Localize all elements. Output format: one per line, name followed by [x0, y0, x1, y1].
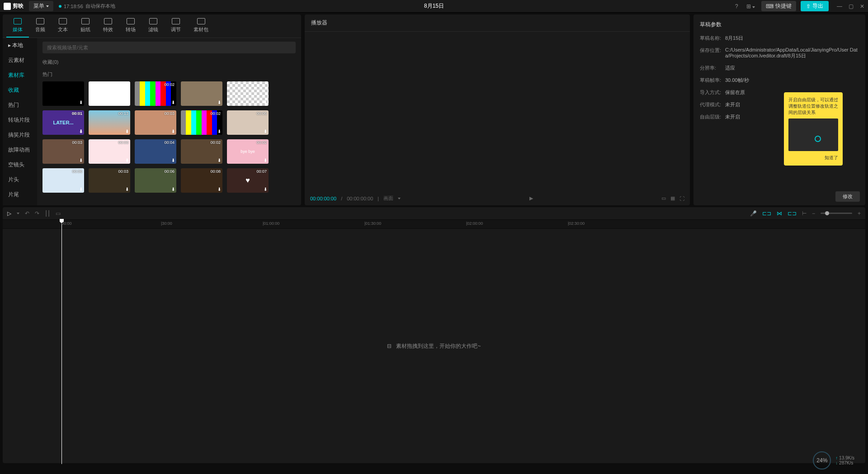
- download-icon[interactable]: ⬇: [79, 187, 83, 192]
- media-thumb[interactable]: 00:04⬇: [135, 139, 176, 164]
- media-thumb[interactable]: 00:02⬇: [181, 139, 222, 164]
- timeline-panel: ▷ ↶ ↷ ⎮⎮ ▭ 🎤 ⊏⊐ ⋈ ⊏⊐ ⊢ − + 00:00|30:00|0…: [3, 207, 865, 463]
- media-thumb[interactable]: 00:03⬇: [135, 110, 176, 135]
- layout-icon[interactable]: ⊞: [745, 2, 757, 10]
- export-button[interactable]: ⇧ 导出: [801, 1, 829, 11]
- tab-文本[interactable]: 文本: [52, 14, 74, 38]
- tab-特效[interactable]: 特效: [97, 14, 119, 38]
- play-icon[interactable]: ▶: [529, 195, 533, 201]
- timeline-toolbar: ▷ ↶ ↷ ⎮⎮ ▭ 🎤 ⊏⊐ ⋈ ⊏⊐ ⊢ − +: [3, 207, 865, 220]
- sidebar-item[interactable]: ▸ 本地: [3, 38, 37, 53]
- download-icon[interactable]: ⬇: [217, 129, 221, 134]
- media-thumb[interactable]: 00:03⬇: [42, 139, 84, 164]
- sidebar-item[interactable]: 片头: [3, 172, 37, 187]
- media-thumb[interactable]: 00:08⬇: [181, 168, 222, 193]
- snap-icon[interactable]: ⊏⊐: [788, 210, 797, 217]
- maximize-icon[interactable]: ▢: [849, 3, 854, 9]
- media-thumb[interactable]: 00:01⬇LATER...: [42, 110, 84, 135]
- param-value: 适应: [725, 65, 859, 71]
- download-icon[interactable]: ⬇: [264, 100, 267, 105]
- download-icon[interactable]: ⬇: [125, 129, 129, 134]
- sidebar-item[interactable]: 收藏: [3, 83, 37, 98]
- download-icon[interactable]: ⬇: [171, 100, 175, 105]
- media-thumb[interactable]: 00:13⬇: [89, 110, 130, 135]
- download-icon[interactable]: ⬇: [264, 129, 267, 134]
- media-thumb[interactable]: 00:02⬇: [135, 81, 176, 106]
- sidebar-item[interactable]: 云素材: [3, 53, 37, 68]
- magnet-icon[interactable]: ⊏⊐: [762, 210, 771, 217]
- media-thumb[interactable]: ⬇: [89, 81, 130, 106]
- download-icon[interactable]: ⬇: [217, 100, 221, 105]
- tab-音频[interactable]: 音频: [29, 14, 52, 38]
- sidebar-item[interactable]: 故障动画: [3, 142, 37, 157]
- thumb-duration: 00:03: [72, 140, 82, 145]
- tab-素材包[interactable]: 素材包: [187, 14, 215, 38]
- media-thumb[interactable]: ⬇: [227, 81, 269, 106]
- tab-调节[interactable]: 调节: [165, 14, 187, 38]
- align-icon[interactable]: ⊢: [802, 210, 807, 217]
- tab-label: 贴纸: [80, 26, 90, 33]
- timeline-hint: ⊟ 素材拖拽到这里，开始你的大作吧~: [387, 342, 481, 350]
- media-thumb[interactable]: ⬇: [181, 81, 222, 106]
- modify-button[interactable]: 修改: [835, 191, 860, 202]
- close-icon[interactable]: ✕: [860, 3, 864, 9]
- media-thumb[interactable]: 00:06⬇: [42, 168, 84, 193]
- shortcut-button[interactable]: ⌨ 快捷键: [761, 1, 796, 11]
- split-icon[interactable]: ⎮⎮: [45, 210, 50, 217]
- media-thumb[interactable]: 00:05⬇: [227, 110, 269, 135]
- delete-icon[interactable]: ▭: [56, 210, 61, 217]
- tab-转场[interactable]: 转场: [119, 14, 142, 38]
- media-thumb[interactable]: 00:06⬇: [135, 168, 176, 193]
- link-icon[interactable]: ⋈: [777, 210, 782, 217]
- zoom-out-icon[interactable]: −: [812, 210, 815, 217]
- thumb-duration: 00:02: [164, 82, 175, 87]
- sidebar-item[interactable]: 搞笑片段: [3, 128, 37, 142]
- download-icon[interactable]: ⬇: [171, 158, 175, 163]
- player-scene[interactable]: 画面: [383, 195, 393, 202]
- download-icon[interactable]: ⬇: [79, 158, 83, 163]
- zoom-in-icon[interactable]: +: [858, 210, 861, 217]
- fullscreen-icon[interactable]: ⛶: [679, 196, 684, 201]
- download-icon[interactable]: ⬇: [171, 129, 175, 134]
- help-icon[interactable]: ?: [733, 2, 740, 10]
- download-icon[interactable]: ⬇: [217, 158, 221, 163]
- media-thumb[interactable]: ⬇: [42, 81, 84, 106]
- download-icon[interactable]: ⬇: [217, 187, 221, 192]
- snapshot-icon[interactable]: ▭: [661, 195, 666, 201]
- menu-button[interactable]: 菜单: [29, 1, 53, 11]
- mic-icon[interactable]: 🎤: [750, 210, 757, 217]
- sidebar-item[interactable]: 热门: [3, 98, 37, 113]
- tab-贴纸[interactable]: 贴纸: [74, 14, 97, 38]
- minimize-icon[interactable]: —: [837, 3, 842, 9]
- tab-icon: [36, 18, 44, 24]
- tab-滤镜[interactable]: 滤镜: [142, 14, 165, 38]
- ruler-tick: |30:00: [161, 221, 172, 226]
- timeline-ruler[interactable]: 00:00|30:00|01:00:00|01:30:00|02:00:00|0…: [3, 220, 865, 229]
- download-icon[interactable]: ⬇: [171, 187, 175, 192]
- media-thumb[interactable]: 00:03⬇: [89, 168, 130, 193]
- undo-icon[interactable]: ↶: [25, 210, 29, 217]
- media-thumb[interactable]: 00:03⬇: [89, 139, 130, 164]
- ratio-icon[interactable]: ▦: [670, 195, 675, 201]
- tooltip-popup: 开启自由层级，可以通过调整轨道位置修改轨道之间的层级关系 知道了: [784, 92, 843, 166]
- tab-媒体[interactable]: 媒体: [6, 14, 29, 38]
- download-icon[interactable]: ⬇: [79, 100, 83, 105]
- sidebar-item[interactable]: 片尾: [3, 187, 37, 202]
- sidebar-item[interactable]: 素材库: [3, 68, 37, 83]
- tooltip-ok-button[interactable]: 知道了: [788, 155, 838, 161]
- sidebar-item[interactable]: 蒸汽波: [3, 202, 37, 205]
- sidebar-item[interactable]: 空镜头: [3, 157, 37, 172]
- download-icon[interactable]: ⬇: [125, 158, 129, 163]
- pointer-tool-icon[interactable]: ▷: [7, 210, 11, 217]
- redo-icon[interactable]: ↷: [35, 210, 39, 217]
- timeline-tracks[interactable]: ⊟ 素材拖拽到这里，开始你的大作吧~: [3, 229, 865, 463]
- sidebar-item[interactable]: 转场片段: [3, 113, 37, 128]
- tab-label: 滤镜: [148, 26, 158, 33]
- media-thumb[interactable]: 00:02⬇: [181, 110, 222, 135]
- search-input[interactable]: [42, 42, 296, 53]
- download-icon[interactable]: ⬇: [125, 187, 129, 192]
- download-icon[interactable]: ⬇: [125, 100, 129, 105]
- media-thumb[interactable]: 00:07⬇♥: [227, 168, 269, 193]
- media-thumb[interactable]: 00:02⬇bye bye: [227, 139, 269, 164]
- zoom-slider[interactable]: [821, 213, 852, 214]
